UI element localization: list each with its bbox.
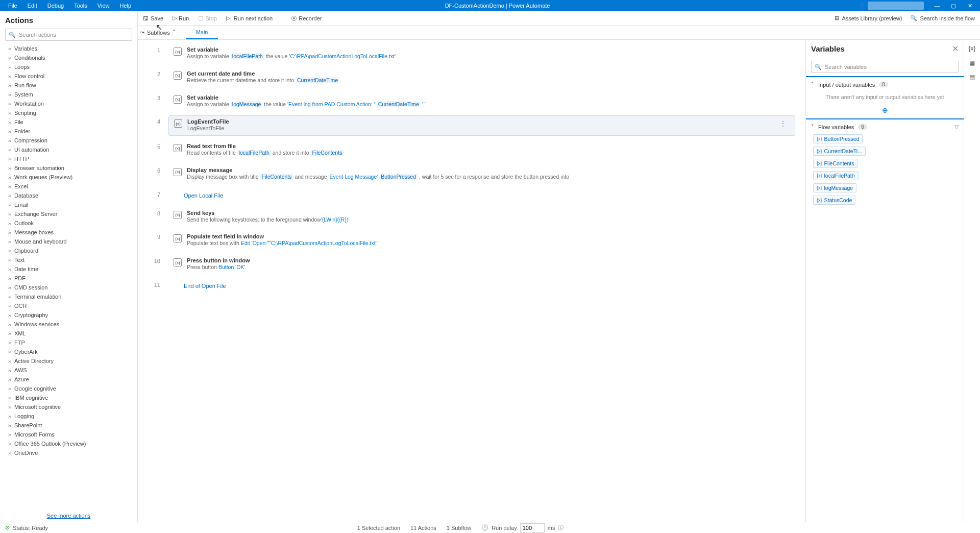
action-category[interactable]: ›Active Directory — [0, 356, 137, 366]
maximize-button[interactable]: ▢ — [946, 3, 961, 9]
flow-variable-chip[interactable]: {x}logMessage — [813, 183, 856, 192]
menu-debug[interactable]: Debug — [42, 1, 69, 10]
flow-variable-chip[interactable]: {x}FileContents — [813, 159, 857, 168]
action-category[interactable]: ›Microsoft Forms — [0, 430, 137, 439]
action-category[interactable]: ›Microsoft cognitive — [0, 402, 137, 411]
action-category[interactable]: ›Database — [0, 191, 137, 200]
action-category[interactable]: ›Cryptography — [0, 310, 137, 320]
flow-step[interactable]: 6{x}Display messageDisplay message box w… — [138, 162, 805, 186]
assets-library-button[interactable]: ⊞Assets Library (preview) — [835, 15, 902, 21]
action-category[interactable]: ›OCR — [0, 301, 137, 310]
images-rail-icon[interactable]: ▦ — [969, 59, 975, 66]
see-more-actions-link[interactable]: See more actions — [47, 513, 91, 519]
flow-variable-chip[interactable]: {x}localFilePath — [813, 171, 859, 180]
info-icon[interactable]: ⓘ — [558, 524, 564, 531]
action-category[interactable]: ›Text — [0, 255, 137, 264]
action-category[interactable]: ›Office 365 Outlook (Preview) — [0, 439, 137, 448]
action-category[interactable]: ›AWS — [0, 366, 137, 375]
search-flow-input[interactable]: 🔍Search inside the flow — [910, 15, 975, 21]
menu-view[interactable]: View — [92, 1, 115, 10]
action-category[interactable]: ›Work queues (Preview) — [0, 173, 137, 182]
action-category[interactable]: ›Mouse and keyboard — [0, 237, 137, 246]
action-category[interactable]: ›Conditionals — [0, 53, 137, 62]
flow-step[interactable]: 10{x}Press button in windowPress button … — [138, 253, 805, 277]
action-category[interactable]: ›IBM cognitive — [0, 393, 137, 402]
subflows-dropdown[interactable]: ⤳ Subflows ˅ — [140, 29, 176, 36]
flow-step[interactable]: 8{x}Send keysSend the following keystrok… — [138, 205, 805, 229]
action-category[interactable]: ›Message boxes — [0, 228, 137, 237]
run-button[interactable]: ▷Run — [169, 13, 192, 23]
flow-step[interactable]: 5{x}Read text from fileRead contents of … — [138, 138, 805, 162]
action-category[interactable]: ›Compression — [0, 136, 137, 145]
ui-elements-rail-icon[interactable]: ▤ — [969, 74, 975, 81]
action-category[interactable]: ›SharePoint — [0, 421, 137, 430]
flow-step[interactable]: 7Open Local File — [138, 186, 805, 205]
run-next-button[interactable]: ▷|Run next action — [223, 13, 276, 23]
tab-main[interactable]: Main — [186, 26, 218, 39]
action-category[interactable]: ›XML — [0, 329, 137, 338]
close-pane-button[interactable]: ✕ — [952, 44, 959, 54]
flow-step[interactable]: 9{x}Populate text field in windowPopulat… — [138, 229, 805, 253]
flow-variable-chip[interactable]: {x}StatusCode — [813, 196, 855, 205]
action-category[interactable]: ›Azure — [0, 375, 137, 384]
flow-variables-header[interactable]: ˅ Flow variables 6 ▽ — [811, 124, 959, 130]
recorder-button[interactable]: Recorder — [288, 14, 325, 23]
action-category[interactable]: ›Windows services — [0, 320, 137, 329]
actions-search-input[interactable]: 🔍 Search actions — [5, 29, 132, 41]
add-io-variable-button[interactable]: ⊕ — [811, 106, 959, 114]
flow-step[interactable]: 4{x}LogEventToFileLogEventToFile⋮ — [138, 113, 805, 138]
action-category[interactable]: ›Loops — [0, 62, 137, 71]
action-category[interactable]: ›Clipboard — [0, 246, 137, 255]
action-category[interactable]: ›Google cognitive — [0, 384, 137, 393]
action-category[interactable]: ›HTTP — [0, 154, 137, 163]
user-box[interactable] — [868, 2, 924, 10]
variables-search-input[interactable]: 🔍 Search variables — [811, 61, 959, 73]
menu-file[interactable]: File — [3, 1, 22, 10]
action-category[interactable]: ›Logging — [0, 411, 137, 421]
variable-icon: {x} — [817, 198, 822, 203]
action-category[interactable]: ›System — [0, 90, 137, 99]
action-category[interactable]: ›Browser automation — [0, 163, 137, 173]
minimize-button[interactable]: — — [930, 3, 944, 9]
action-category[interactable]: ›Flow control — [0, 71, 137, 81]
user-icon[interactable]: 👤 — [859, 3, 866, 9]
action-category[interactable]: ›Excel — [0, 182, 137, 191]
action-category[interactable]: ›Date time — [0, 264, 137, 274]
stop-button[interactable]: ▢Stop — [195, 13, 220, 23]
flow-step[interactable]: 3{x}Set variableAssign to variable logMe… — [138, 90, 805, 114]
io-variables-header[interactable]: ˅ Input / output variables 0 — [811, 81, 959, 88]
action-category[interactable]: ›Run flow — [0, 81, 137, 90]
flow-canvas[interactable]: 1{x}Set variableAssign to variable local… — [138, 40, 805, 522]
action-category[interactable]: ›Workstation — [0, 99, 137, 108]
actions-tree[interactable]: ›Variables›Conditionals›Loops›Flow contr… — [0, 44, 137, 510]
action-category[interactable]: ›OneDrive — [0, 448, 137, 457]
action-category[interactable]: ›Exchange Server — [0, 209, 137, 219]
action-category[interactable]: ›Email — [0, 200, 137, 209]
menu-tools[interactable]: Tools — [69, 1, 92, 10]
flow-step[interactable]: 1{x}Set variableAssign to variable local… — [138, 42, 805, 66]
close-button[interactable]: ✕ — [963, 3, 977, 9]
step-more-button[interactable]: ⋮ — [776, 118, 790, 129]
action-category[interactable]: ›Variables — [0, 44, 137, 53]
variables-rail-icon[interactable]: {x} — [968, 45, 975, 52]
action-category[interactable]: ›File — [0, 117, 137, 127]
flow-variable-chip[interactable]: {x}CurrentDateTi... — [813, 147, 866, 156]
filter-icon[interactable]: ▽ — [954, 124, 959, 130]
action-category[interactable]: ›Folder — [0, 127, 137, 136]
menu-help[interactable]: Help — [114, 1, 136, 10]
flow-variable-chip[interactable]: {x}ButtonPressed — [813, 134, 863, 143]
save-button[interactable]: 🖫Save — [140, 14, 166, 23]
menu-edit[interactable]: Edit — [22, 1, 42, 10]
action-category[interactable]: ›FTP — [0, 338, 137, 347]
flow-step[interactable]: 2{x}Get current date and timeRetrieve th… — [138, 66, 805, 90]
flow-step[interactable]: 11End of Open File — [138, 277, 805, 296]
action-category[interactable]: ›CyberArk — [0, 347, 137, 356]
action-category[interactable]: ›Terminal emulation — [0, 292, 137, 301]
action-category[interactable]: ›PDF — [0, 274, 137, 283]
action-category[interactable]: ›UI automation — [0, 145, 137, 154]
action-category[interactable]: ›Outlook — [0, 219, 137, 228]
run-delay-input[interactable] — [520, 523, 545, 532]
action-category[interactable]: ›CMD session — [0, 283, 137, 292]
chevron-right-icon: › — [8, 423, 12, 428]
action-category[interactable]: ›Scripting — [0, 108, 137, 117]
